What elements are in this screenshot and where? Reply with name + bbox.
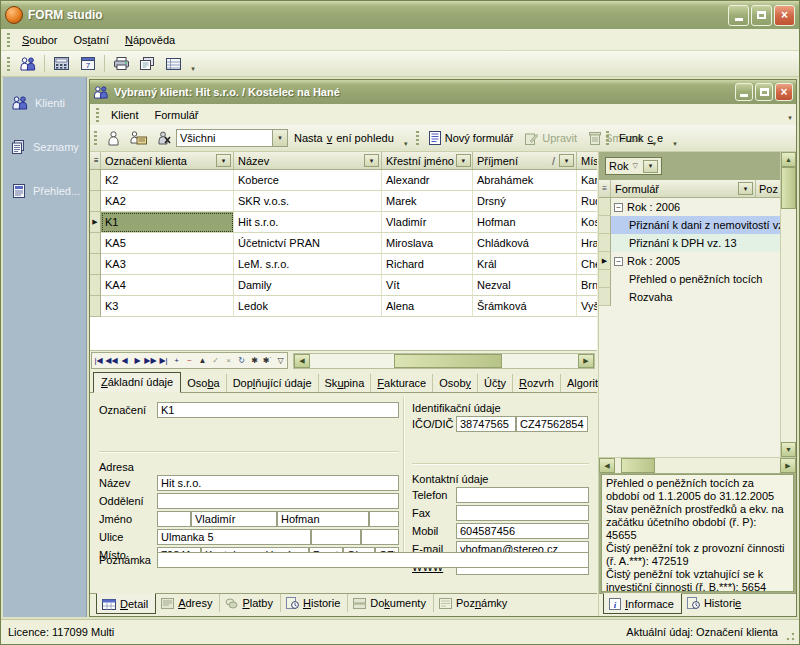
- cell[interactable]: Cheb: [577, 254, 597, 275]
- cell[interactable]: Brno: [577, 275, 597, 296]
- tree-item-row[interactable]: Přiznání k DPH vz. 13: [599, 234, 780, 252]
- nav-search-next-button[interactable]: ✱˙: [261, 353, 274, 368]
- toolbar-gripper[interactable]: [94, 131, 97, 145]
- cell[interactable]: SKR v.o.s.: [234, 191, 382, 212]
- column-header-poz[interactable]: Poz: [756, 180, 780, 197]
- nav-delete-button[interactable]: −: [183, 353, 196, 368]
- tab-dokumenty[interactable]: Dokumenty: [348, 594, 434, 612]
- menu-klient[interactable]: Klient: [103, 106, 147, 124]
- cell[interactable]: Hit s.r.o.: [234, 212, 382, 233]
- table-row-selected[interactable]: ▶ K1 Hit s.r.o. Vladimír Hofman Kost: [90, 212, 597, 233]
- cell[interactable]: Damily: [234, 275, 382, 296]
- toolbar-overflow-button[interactable]: ▾: [187, 51, 199, 76]
- scroll-track[interactable]: [655, 458, 780, 473]
- cell[interactable]: Richard: [382, 254, 473, 275]
- tree-group-row[interactable]: ▶ −Rok : 2005: [599, 252, 780, 270]
- scroll-right-icon[interactable]: ▶: [578, 354, 594, 368]
- toolbar-gripper[interactable]: [606, 131, 609, 145]
- row-selector[interactable]: [599, 216, 611, 234]
- column-filter-button[interactable]: ▾: [456, 154, 471, 167]
- list-button[interactable]: [161, 53, 186, 75]
- nav-search-button[interactable]: ✱: [248, 353, 261, 368]
- column-header-oznaceni[interactable]: Označení klienta▾: [101, 152, 234, 169]
- nav-prior-button[interactable]: ◀: [118, 353, 131, 368]
- current-row-marker[interactable]: ▶: [90, 212, 101, 233]
- toolbar-gripper[interactable]: [416, 131, 419, 145]
- sidebar-item-prehled[interactable]: Přehled...: [3, 179, 86, 203]
- view-settings-button[interactable]: Nastavení pohledu: [288, 129, 400, 147]
- nazev-field[interactable]: [157, 475, 399, 491]
- nav-refresh-button[interactable]: ↻: [235, 353, 248, 368]
- cell[interactable]: Abrahámek: [473, 170, 577, 191]
- menubar-gripper[interactable]: [96, 108, 99, 122]
- menubar-overflow-button[interactable]: ▾: [784, 104, 796, 125]
- nav-post-button[interactable]: ✓: [209, 353, 222, 368]
- cell[interactable]: Kost: [577, 212, 597, 233]
- collapse-icon[interactable]: −: [614, 203, 623, 212]
- menu-ostatni[interactable]: Ostatní: [65, 31, 116, 49]
- current-row-marker[interactable]: ▶: [599, 252, 611, 270]
- clients-button[interactable]: [15, 53, 40, 75]
- cell[interactable]: Marek: [382, 191, 473, 212]
- tab-fakturace[interactable]: Fakturace: [371, 374, 433, 392]
- remove-client-button[interactable]: [151, 127, 176, 149]
- tab-detail[interactable]: Detail: [96, 593, 156, 614]
- poznamka-field[interactable]: [157, 552, 589, 568]
- tab-doplnujici-udaje[interactable]: Doplňující údaje: [227, 374, 319, 392]
- tab-informace[interactable]: i Informace: [603, 593, 682, 614]
- tab-zakladni-udaje[interactable]: Základní údaje: [93, 372, 181, 393]
- sidebar-item-seznamy[interactable]: Seznamy: [3, 135, 86, 159]
- scroll-track[interactable]: [502, 354, 578, 368]
- scroll-thumb[interactable]: [621, 458, 655, 473]
- grid-horizontal-scrollbar[interactable]: ◀ ▶: [293, 353, 595, 369]
- functions-button[interactable]: Funkce: [613, 129, 669, 147]
- table-row[interactable]: KA2 SKR v.o.s. Marek Drsný Rudn: [90, 191, 597, 212]
- cell[interactable]: K2: [101, 170, 234, 191]
- scroll-left-icon[interactable]: ◀: [599, 458, 615, 473]
- nav-next-button[interactable]: ▶: [131, 353, 144, 368]
- scroll-thumb[interactable]: [394, 354, 502, 368]
- cell[interactable]: KA3: [101, 254, 234, 275]
- column-filter-button[interactable]: ▾: [738, 182, 753, 195]
- nav-edit-button[interactable]: ▲: [196, 353, 209, 368]
- scroll-up-icon[interactable]: ▲: [781, 152, 796, 167]
- tree-item-row[interactable]: Přehled o peněžních tocích: [599, 270, 780, 288]
- tree-item-row[interactable]: Přiznání k dani z nemovitostí vz: [599, 216, 780, 234]
- client-title-bar[interactable]: Vybraný klient: Hit s.r.o. / Kostelec na…: [90, 80, 796, 104]
- cell[interactable]: Karv: [577, 170, 597, 191]
- nav-cancel-button[interactable]: ×: [222, 353, 235, 368]
- client-maximize-button[interactable]: [755, 83, 773, 101]
- table-row[interactable]: KA5 Účetnictví PRAN Miroslava Chládková …: [90, 233, 597, 254]
- cell[interactable]: Chládková: [473, 233, 577, 254]
- print-button[interactable]: [109, 53, 134, 75]
- cell[interactable]: Vít: [382, 275, 473, 296]
- close-button[interactable]: ×: [774, 5, 795, 26]
- ulice-extra2-field[interactable]: [361, 529, 399, 545]
- table-row[interactable]: KA4 Damily Vít Nezval Brno: [90, 275, 597, 296]
- tree-item-row[interactable]: Rozvaha: [599, 288, 780, 306]
- cell[interactable]: Nezval: [473, 275, 577, 296]
- cell[interactable]: Alexandr: [382, 170, 473, 191]
- cell[interactable]: Miroslava: [382, 233, 473, 254]
- tree-item-label[interactable]: Přiznání k DPH vz. 13: [611, 234, 780, 252]
- cell[interactable]: LeM. s.r.o.: [234, 254, 382, 275]
- tab-historie-info[interactable]: Historie: [682, 594, 748, 612]
- tab-osoby[interactable]: Osoby: [433, 374, 478, 392]
- tree-item-label[interactable]: Přiznání k dani z nemovitostí vz: [611, 216, 780, 234]
- nav-insert-button[interactable]: +: [170, 353, 183, 368]
- sidebar-item-klienti[interactable]: Klienti: [3, 91, 86, 115]
- scroll-left-icon[interactable]: ◀: [294, 354, 310, 368]
- row-selector[interactable]: [90, 254, 101, 275]
- client-filter-combobox[interactable]: Všichni ▾: [176, 129, 288, 147]
- menubar-gripper[interactable]: [7, 33, 10, 47]
- row-selector[interactable]: [90, 296, 101, 317]
- collapse-icon[interactable]: −: [614, 257, 623, 266]
- scroll-down-icon[interactable]: ▼: [781, 442, 796, 457]
- column-filter-button[interactable]: ▾: [559, 154, 574, 167]
- toolbar-overflow-button[interactable]: ▾: [400, 125, 412, 151]
- title-bar[interactable]: FORM studio ×: [1, 1, 799, 29]
- scroll-thumb[interactable]: [781, 167, 796, 209]
- cell[interactable]: Vladimír: [382, 212, 473, 233]
- jmeno-first-field[interactable]: [191, 511, 277, 527]
- nav-first-button[interactable]: |◀: [92, 353, 105, 368]
